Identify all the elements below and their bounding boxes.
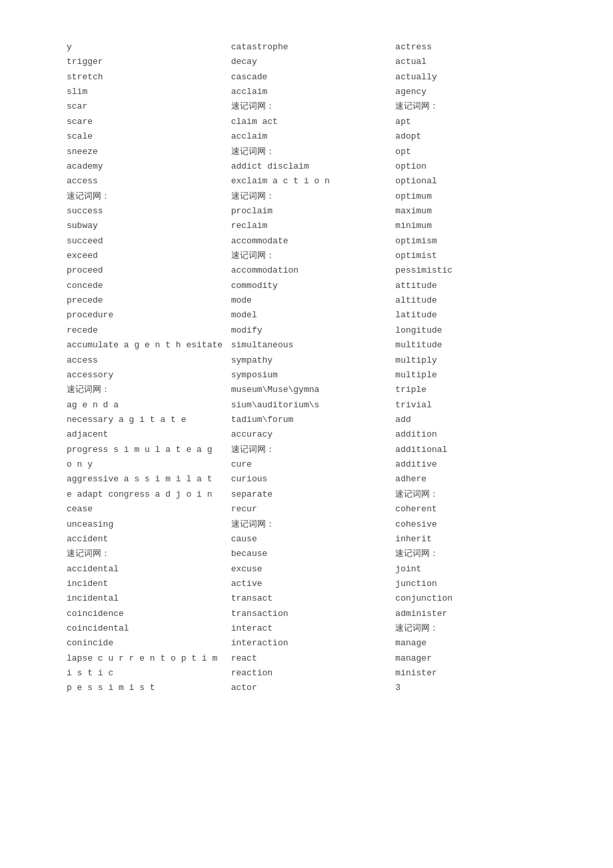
list-item: accumulate a g e n t h esitate (67, 338, 231, 353)
list-item: optimism (395, 234, 560, 249)
list-item: manager (395, 651, 560, 666)
list-item: optional (395, 174, 560, 189)
list-item: actress (395, 40, 560, 55)
list-item: 速记词网： (231, 189, 396, 204)
list-item: multiply (395, 353, 560, 368)
list-item: transact (231, 591, 396, 606)
list-item: 速记词网： (231, 99, 396, 114)
list-item: cease (67, 502, 231, 517)
list-item: coincidental (67, 621, 231, 636)
list-item: apt (395, 115, 560, 129)
list-item: pessimistic (395, 263, 560, 278)
list-item: sneeze (67, 145, 231, 159)
list-item: inherit (395, 532, 560, 547)
list-item: separate (231, 487, 396, 502)
list-item: conjunction (395, 591, 560, 606)
list-item: administer (395, 607, 560, 621)
list-item: modify (231, 323, 396, 338)
list-item: additional (395, 443, 560, 457)
list-item: decay (231, 55, 396, 69)
list-item: progress s i m u l a t e a g (67, 443, 231, 457)
list-item: o n y (67, 457, 231, 472)
list-item: succeed (67, 234, 231, 249)
list-item: incident (67, 577, 231, 591)
list-item: coincidence (67, 607, 231, 621)
list-item: museum\Muse\gymna (231, 383, 396, 397)
list-item: transaction (231, 607, 396, 621)
list-item: actually (395, 70, 560, 85)
list-item: minimum (395, 219, 560, 233)
list-item: unceasing (67, 517, 231, 532)
list-item: scare (67, 115, 231, 129)
list-item: 速记词网： (395, 487, 560, 502)
list-item: accident (67, 532, 231, 547)
list-item: manage (395, 636, 560, 651)
list-item: accessory (67, 368, 231, 383)
list-item: subway (67, 219, 231, 233)
list-item: multitude (395, 338, 560, 353)
list-item: recede (67, 323, 231, 338)
list-item: 速记词网： (231, 249, 396, 263)
list-item: because (231, 547, 396, 561)
word-list-container: ytriggerstretchslimscarscarescalesneezea… (67, 40, 560, 696)
list-item: trivial (395, 398, 560, 413)
list-item: cohesive (395, 517, 560, 532)
list-item: additive (395, 457, 560, 472)
list-item: longitude (395, 323, 560, 338)
list-item: multiple (395, 368, 560, 383)
list-item: 速记词网： (231, 145, 396, 159)
list-item: altitude (395, 293, 560, 308)
list-item: simultaneous (231, 338, 396, 353)
list-item: minister (395, 666, 560, 681)
list-item: optimum (395, 189, 560, 204)
list-item: 3 (395, 681, 560, 695)
column-3: actressactualactuallyagency速记词网：aptadopt… (395, 40, 560, 696)
list-item: addition (395, 427, 560, 442)
list-item: tadium\forum (231, 413, 396, 427)
list-item: lapse c u r r e n t o p t i m (67, 651, 231, 666)
list-item: acclaim (231, 85, 396, 99)
list-item: actor (231, 681, 396, 695)
list-item: commodity (231, 279, 396, 293)
list-item: cure (231, 457, 396, 472)
list-item: option (395, 159, 560, 174)
list-item: accommodate (231, 234, 396, 249)
list-item: reaction (231, 666, 396, 681)
list-item: procedure (67, 308, 231, 323)
list-item: precede (67, 293, 231, 308)
list-item: i s t i c (67, 666, 231, 681)
list-item: react (231, 651, 396, 666)
list-item: y (67, 40, 231, 55)
list-item: cause (231, 532, 396, 547)
column-2: catastrophedecaycascadeacclaim速记词网：claim… (231, 40, 396, 696)
list-item: interaction (231, 636, 396, 651)
list-item: trigger (67, 55, 231, 69)
list-item: necessary a g i t a t e (67, 413, 231, 427)
list-item: claim act (231, 115, 396, 129)
list-item: incidental (67, 591, 231, 606)
list-item: accidental (67, 562, 231, 577)
list-item: cascade (231, 70, 396, 85)
list-item: model (231, 308, 396, 323)
list-item: concede (67, 279, 231, 293)
list-item: aggressive a s s i m i l a t (67, 472, 231, 487)
list-item: mode (231, 293, 396, 308)
list-item: sympathy (231, 353, 396, 368)
list-item: agency (395, 85, 560, 99)
column-1: ytriggerstretchslimscarscarescalesneezea… (67, 40, 231, 696)
list-item: access (67, 353, 231, 368)
list-item: junction (395, 577, 560, 591)
list-item: exclaim a c t i o n (231, 174, 396, 189)
list-item: scale (67, 129, 231, 144)
list-item: 速记词网： (67, 547, 231, 561)
list-item: 速记词网： (231, 517, 396, 532)
list-item: adhere (395, 472, 560, 487)
list-item: accommodation (231, 263, 396, 278)
list-item: conincide (67, 636, 231, 651)
list-item: proceed (67, 263, 231, 278)
list-item: add (395, 413, 560, 427)
list-item: optimist (395, 249, 560, 263)
list-item: ag e n d a (67, 398, 231, 413)
list-item: exceed (67, 249, 231, 263)
list-item: adopt (395, 129, 560, 144)
